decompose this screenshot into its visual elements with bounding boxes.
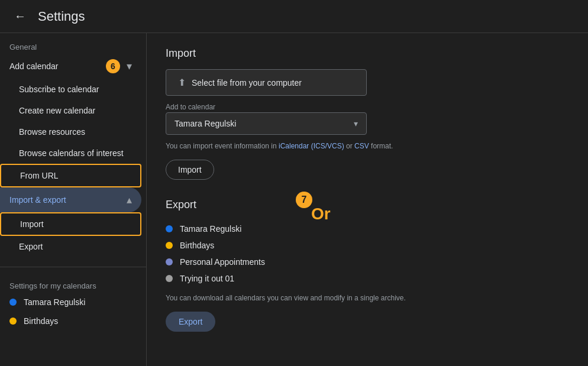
export-label-personal: Personal Appointments bbox=[180, 257, 265, 267]
calendar-label-birthdays: Birthdays bbox=[24, 316, 58, 326]
main-layout: General Add calendar 6 ▾ Subscribe to ca… bbox=[0, 33, 588, 366]
export-title: Export bbox=[166, 199, 569, 211]
back-icon: ← bbox=[14, 9, 26, 23]
sidebar-divider bbox=[0, 267, 146, 267]
export-section: Export Tamara Regulski Birthdays Persona… bbox=[166, 199, 569, 332]
chevron-down-icon: ▾ bbox=[127, 60, 132, 73]
calendar-label-tamara: Tamara Regulski bbox=[24, 297, 85, 307]
icalendar-link[interactable]: iCalendar (ICS/VCS) bbox=[279, 142, 344, 150]
add-to-calendar-label: Add to calendar bbox=[166, 103, 569, 111]
export-info-text: You can download all calendars you can v… bbox=[166, 293, 414, 303]
sidebar-item-add-calendar-label: Add calendar bbox=[9, 61, 59, 71]
export-item-birthdays: Birthdays bbox=[166, 237, 569, 254]
sidebar-item-create[interactable]: Create new calendar bbox=[0, 100, 141, 121]
calendar-dot-birthdays bbox=[9, 318, 17, 325]
chevron-up-icon: ▴ bbox=[127, 193, 132, 206]
sidebar-calendar-tamara[interactable]: Tamara Regulski bbox=[0, 293, 141, 312]
select-file-label: Select file from your computer bbox=[192, 78, 302, 88]
sidebar-item-add-calendar[interactable]: Add calendar 6 ▾ bbox=[0, 54, 141, 79]
topbar: ← Settings bbox=[0, 0, 588, 33]
export-dot-birthdays bbox=[166, 242, 173, 249]
import-section: Import ⬆ Select file from your computer … bbox=[166, 47, 569, 180]
export-label-birthdays: Birthdays bbox=[180, 241, 214, 250]
select-file-button[interactable]: ⬆ Select file from your computer bbox=[166, 69, 367, 96]
calendar-dot-tamara bbox=[9, 299, 17, 306]
export-item-tamara: Tamara Regulski bbox=[166, 221, 569, 237]
import-button[interactable]: Import bbox=[166, 160, 214, 180]
export-label-tamara: Tamara Regulski bbox=[180, 224, 241, 234]
calendar-dropdown-value: Tamara Regulski bbox=[175, 119, 236, 128]
export-item-tryingout: Trying it out 01 bbox=[166, 270, 569, 287]
main-content: 7 Or Import ⬆ Select file from your comp… bbox=[147, 33, 588, 366]
export-label-tryingout: Trying it out 01 bbox=[180, 274, 234, 283]
upload-icon: ⬆ bbox=[178, 77, 186, 88]
export-dot-tamara bbox=[166, 225, 173, 232]
sidebar-item-import[interactable]: Import bbox=[0, 212, 141, 236]
calendar-dropdown[interactable]: Tamara Regulski ▾ bbox=[166, 112, 367, 135]
export-item-personal: Personal Appointments bbox=[166, 254, 569, 270]
step-badge-6: 6 bbox=[106, 59, 120, 73]
sidebar-section-my-calendars: Settings for my calendars bbox=[0, 277, 146, 293]
sidebar-item-browse-calendars[interactable]: Browse calendars of interest bbox=[0, 142, 141, 164]
sidebar-item-import-export[interactable]: Import & export ▴ bbox=[0, 187, 141, 212]
sidebar-item-from-url[interactable]: From URL bbox=[0, 164, 141, 187]
export-dot-personal bbox=[166, 258, 173, 265]
export-button[interactable]: Export bbox=[166, 312, 215, 332]
import-info-text: You can import event information in iCal… bbox=[166, 141, 402, 151]
import-title: Import bbox=[166, 47, 569, 60]
sidebar-section-general: General bbox=[0, 38, 146, 54]
dropdown-arrow-icon: ▾ bbox=[354, 119, 358, 128]
sidebar-calendar-birthdays[interactable]: Birthdays bbox=[0, 312, 141, 331]
sidebar-item-browse-resources[interactable]: Browse resources bbox=[0, 121, 141, 142]
sidebar-item-export[interactable]: Export bbox=[0, 236, 141, 257]
export-dot-tryingout bbox=[166, 275, 173, 282]
page-title: Settings bbox=[38, 9, 85, 24]
sidebar-item-subscribe[interactable]: Subscribe to calendar bbox=[0, 79, 141, 100]
sidebar-item-import-export-label: Import & export bbox=[9, 195, 66, 205]
sidebar: General Add calendar 6 ▾ Subscribe to ca… bbox=[0, 33, 147, 366]
csv-link[interactable]: CSV bbox=[354, 142, 369, 150]
back-button[interactable]: ← bbox=[9, 6, 31, 27]
